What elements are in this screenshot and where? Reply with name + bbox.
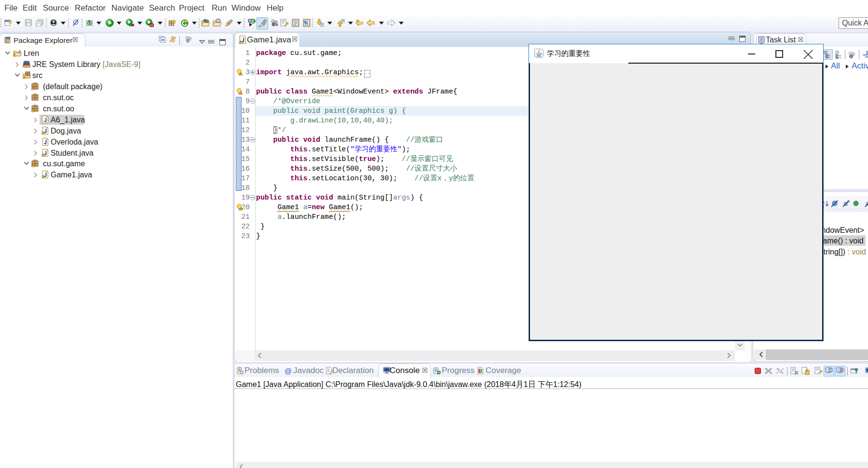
svg-text:J: J [18, 49, 20, 53]
